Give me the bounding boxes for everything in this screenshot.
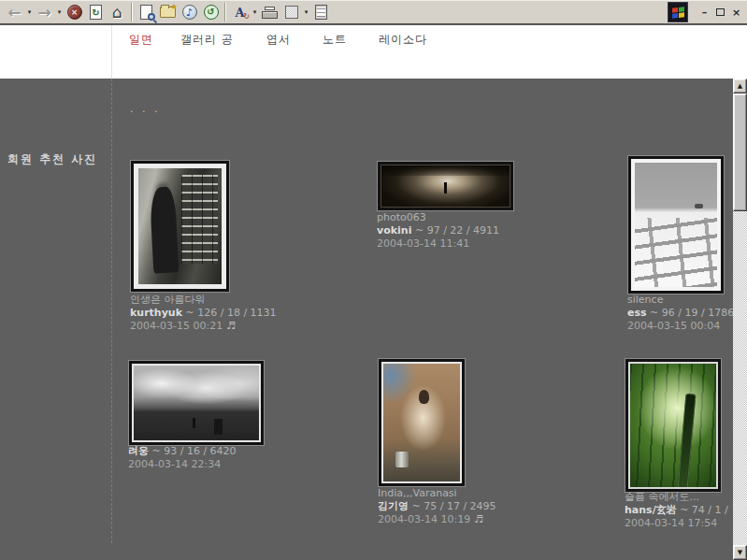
browser-toolbar: ← ▾ → ▾ × ↻ ⌂ ★ ♪ ↺ A↻ ▾ ▾ – ×	[0, 0, 747, 24]
arrow-down-icon: ▼	[738, 549, 742, 556]
minimize-icon: –	[702, 7, 708, 19]
history-icon: ↺	[204, 5, 219, 20]
photo-title[interactable]: photo063	[377, 211, 596, 224]
mail-dropdown[interactable]: ▾	[251, 2, 259, 22]
photo-meta: 김기영 ~ 75 / 17 / 2495	[378, 500, 597, 513]
photo-image	[381, 362, 462, 483]
photo-date: 2004-03-15 00:21♬	[130, 320, 350, 333]
forward-icon: →	[37, 3, 50, 22]
print-icon	[262, 7, 278, 19]
photo-author[interactable]: 김기영	[378, 500, 409, 512]
close-icon: ×	[732, 7, 740, 19]
content-divider	[111, 79, 112, 543]
photo-meta: 려웅 ~ 93 / 16 / 6420	[128, 445, 348, 458]
back-dropdown[interactable]: ▾	[25, 2, 34, 22]
back-icon: ←	[7, 3, 21, 22]
tab-note[interactable]: 노트	[323, 32, 347, 48]
minimize-button[interactable]: –	[697, 4, 711, 21]
photo-title[interactable]: 슬픔 속에서도...	[625, 491, 734, 504]
refresh-icon: ↻	[90, 5, 102, 20]
toolbar-separator	[224, 3, 226, 22]
photo-caption: silence ess ~ 96 / 19 / 17867 2004-03-15…	[627, 294, 734, 333]
tab-gallery-gong[interactable]: 갤러리 공	[180, 32, 234, 48]
header-divider	[111, 25, 112, 79]
mail-button[interactable]: A↻	[229, 2, 251, 22]
scroll-down-button[interactable]: ▼	[733, 545, 747, 560]
tab-postcard[interactable]: 엽서	[266, 32, 291, 48]
photo-thumbnail[interactable]	[627, 155, 725, 294]
chevron-down-icon: ▾	[58, 8, 62, 16]
edit-dropdown[interactable]: ▾	[302, 2, 310, 22]
tab-ilmyeon[interactable]: 일면	[129, 32, 153, 48]
photo-stats: ~ 96 / 19 / 17867	[647, 307, 734, 319]
photo-caption: 인생은 아름다워 kurthyuk ~ 126 / 18 / 1131 2004…	[130, 294, 350, 333]
music-note-icon: ♬	[226, 320, 236, 332]
forward-dropdown[interactable]: ▾	[55, 2, 64, 22]
photo-thumbnail[interactable]	[625, 358, 722, 493]
refresh-button[interactable]: ↻	[85, 2, 107, 22]
search-button[interactable]	[136, 2, 157, 22]
photo-author[interactable]: 려웅	[128, 445, 149, 457]
photo-date: 2004-03-14 11:41	[377, 237, 596, 251]
tab-raysoda[interactable]: 레이소다	[379, 32, 427, 48]
history-button[interactable]: ↺	[200, 2, 222, 22]
photo-thumbnail[interactable]	[378, 358, 466, 487]
restore-button[interactable]	[713, 4, 727, 21]
photo-meta: vokini ~ 97 / 22 / 4911	[377, 224, 596, 237]
stop-button[interactable]: ×	[64, 2, 85, 22]
chevron-down-icon: ▾	[305, 8, 309, 16]
photo-stats: ~ 97 / 22 / 4911	[411, 224, 499, 237]
home-button[interactable]: ⌂	[107, 2, 128, 22]
photo-caption: India,,,Varanasi 김기영 ~ 75 / 17 / 2495 20…	[378, 487, 597, 526]
favorites-button[interactable]: ★	[157, 2, 179, 22]
photo-author[interactable]: kurthyuk	[130, 307, 182, 319]
photo-author[interactable]: vokini	[377, 224, 411, 237]
photo-image	[381, 165, 510, 208]
music-note-icon: ♬	[474, 513, 483, 525]
photo-caption: 슬픔 속에서도... hans/玄岩 ~ 74 / 1 / 2004-03-14…	[625, 491, 734, 530]
discuss-button[interactable]	[310, 2, 332, 22]
restore-icon	[716, 8, 725, 16]
discuss-icon	[315, 5, 327, 20]
photo-title[interactable]: 인생은 아름다워	[130, 294, 350, 307]
back-button[interactable]: ←	[4, 2, 25, 22]
photo-author[interactable]: ess	[627, 307, 647, 319]
close-button[interactable]: ×	[729, 4, 743, 21]
photo-image	[134, 164, 226, 289]
edit-icon	[285, 6, 298, 19]
photo-date: 2004-03-15 00:04	[627, 320, 734, 333]
photo-image	[132, 364, 261, 442]
chevron-down-icon: ▾	[253, 8, 257, 16]
photo-title[interactable]: silence	[627, 294, 734, 307]
photo-thumbnail[interactable]	[130, 160, 230, 293]
photo-thumbnail[interactable]	[128, 360, 265, 446]
media-button[interactable]: ♪	[179, 2, 200, 22]
scroll-up-button[interactable]: ▲	[733, 79, 747, 93]
edit-button[interactable]	[280, 2, 302, 22]
chevron-down-icon: ▾	[28, 8, 32, 16]
scrollbar-thumb[interactable]	[733, 93, 747, 211]
photo-stats: ~ 126 / 18 / 1131	[182, 307, 277, 319]
music-note-icon: ♪	[186, 7, 193, 18]
photo-thumbnail[interactable]	[377, 161, 514, 211]
ie-throbber	[668, 2, 688, 22]
photo-title[interactable]: India,,,Varanasi	[378, 487, 597, 500]
forward-button[interactable]: →	[34, 2, 55, 22]
photo-author[interactable]: hans/玄岩	[625, 504, 677, 516]
stop-icon: ×	[67, 5, 82, 20]
toolbar-separator	[131, 3, 133, 22]
photo-caption: photo063 vokini ~ 97 / 22 / 4911 2004-03…	[377, 211, 596, 251]
star-icon: ★	[170, 3, 178, 11]
windows-flag-icon	[672, 7, 684, 18]
photo-caption: 려웅 ~ 93 / 16 / 6420 2004-03-14 22:34	[128, 445, 348, 471]
window-controls: – ×	[668, 2, 743, 22]
sidebar-title: 회원 추천 사진	[7, 151, 97, 167]
home-icon: ⌂	[112, 3, 122, 22]
site-header: 일면 갤러리 공 엽서 노트 레이소다	[0, 25, 747, 79]
photo-image	[631, 159, 721, 291]
photo-date: 2004-03-14 10:19♬	[378, 513, 597, 526]
print-button[interactable]	[259, 2, 280, 22]
photo-stats: ~ 93 / 16 / 6420	[149, 445, 237, 457]
photo-image	[628, 362, 718, 489]
vertical-scrollbar[interactable]: ▲ ▼	[733, 79, 747, 560]
